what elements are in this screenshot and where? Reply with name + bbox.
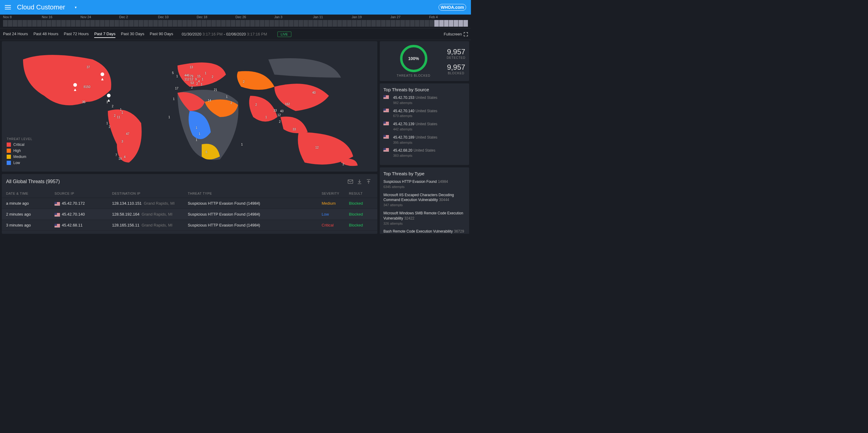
map-count-label: 11 bbox=[117, 116, 120, 119]
map-count-label: 1 bbox=[173, 97, 175, 101]
map-count-label: 1 bbox=[176, 75, 178, 78]
map-count-label: 9 bbox=[195, 78, 197, 81]
map-count-label: 162 bbox=[285, 103, 290, 106]
list-item[interactable]: 45.42.70.153United States982 attempts bbox=[383, 95, 465, 106]
map-count-label: 18 bbox=[118, 157, 122, 161]
map-count-label: 2 bbox=[112, 105, 114, 108]
map-count-label: 2 bbox=[230, 101, 232, 105]
app-title: Cloud Customer bbox=[17, 3, 65, 11]
list-item[interactable]: Suspicious HTTP Evasion Found149846345 a… bbox=[383, 179, 465, 190]
table-row[interactable]: 2 minutes ago45.42.70.140128.58.192.164 … bbox=[2, 209, 377, 220]
timerange-tab[interactable]: Past 24 Hours bbox=[3, 30, 28, 38]
list-item[interactable]: 45.42.70.189United States395 attempts bbox=[383, 135, 465, 145]
timeline-date: Dec 26 bbox=[236, 15, 274, 19]
map-count-label: 1 bbox=[241, 143, 243, 146]
map-count-label: 33 bbox=[292, 128, 296, 131]
list-item[interactable]: 45.42.70.140United States673 attempts bbox=[383, 109, 465, 119]
table-row[interactable]: 3 minutes ago45.42.68.11128.165.156.11 G… bbox=[2, 220, 377, 231]
legend-item: High bbox=[7, 149, 32, 153]
map-count-label: 1 bbox=[196, 126, 197, 129]
list-item[interactable]: 45.42.68.20United States383 attempts bbox=[383, 148, 465, 158]
controls: Past 24 HoursPast 48 HoursPast 72 HoursP… bbox=[0, 29, 471, 40]
map-count-label: 2 bbox=[255, 103, 257, 107]
fullscreen-button[interactable]: Fullscreen bbox=[444, 32, 468, 36]
map-svg bbox=[2, 41, 377, 172]
live-button[interactable]: LIVE bbox=[277, 32, 291, 37]
list-item[interactable]: 45.42.70.139United States442 attempts bbox=[383, 122, 465, 132]
map-count-label: 15 bbox=[197, 75, 200, 78]
timerange-tab[interactable]: Past 48 Hours bbox=[33, 30, 58, 38]
map-count-label: 1 bbox=[121, 111, 123, 114]
map-count-label: 2 bbox=[243, 80, 245, 83]
map-count-label: 12 bbox=[277, 113, 281, 117]
timeline-date: Jan 11 bbox=[313, 15, 352, 19]
map-count-label: 1 bbox=[265, 116, 267, 119]
map-count-label: 36 bbox=[82, 100, 85, 104]
timerange-tab[interactable]: Past 7 Days bbox=[94, 30, 115, 38]
table-row[interactable]: a minute ago45.42.70.172128.134.110.151 … bbox=[2, 198, 377, 209]
world-map[interactable]: 3781503612111121247371841351446791512112… bbox=[2, 41, 377, 172]
flag-icon bbox=[383, 95, 389, 99]
map-count-label: 446 bbox=[184, 74, 190, 77]
map-count-label: 1 bbox=[201, 83, 203, 86]
flag-icon bbox=[383, 135, 389, 139]
top-source-panel: Top Threats by Source 45.42.70.153United… bbox=[380, 83, 469, 165]
legend-item: Medium bbox=[7, 155, 32, 159]
map-count-label: 1 bbox=[199, 132, 200, 136]
list-item[interactable]: Microsoft Windows SMB Remote Code Execut… bbox=[383, 211, 465, 226]
map-count-label: 1 bbox=[106, 122, 108, 125]
stats-panel: 100% THREATS BLOCKED 9,957DETECTED 9,957… bbox=[380, 41, 469, 81]
threats-panel: All Global Threats (9957) DATE & TIME SO… bbox=[2, 174, 377, 234]
map-count-label: 37 bbox=[87, 65, 90, 69]
map-count-label: 47 bbox=[126, 132, 129, 136]
timeline-date: Nov 8 bbox=[3, 15, 42, 19]
download-icon[interactable] bbox=[355, 177, 364, 186]
mail-icon[interactable] bbox=[346, 177, 355, 186]
timeline[interactable]: Nov 8Nov 16Nov 24Dec 2Dec 10Dec 18Dec 26… bbox=[0, 15, 471, 29]
flag-icon bbox=[383, 148, 389, 152]
map-count-label: 40 bbox=[312, 91, 316, 94]
map-count-label: 12 bbox=[190, 78, 193, 81]
legend: THREAT LEVEL CriticalHighMediumLow bbox=[7, 137, 32, 167]
map-count-label: 2 bbox=[279, 120, 281, 123]
upload-icon[interactable] bbox=[364, 177, 373, 186]
map-count-label: 17 bbox=[175, 87, 178, 90]
date-range[interactable]: 01/30/2020 3:17:16 PM - 02/06/2020 3:17:… bbox=[182, 32, 267, 36]
map-count-label: 53 bbox=[190, 81, 194, 85]
map-count-label: 1 bbox=[202, 78, 204, 81]
timerange-tab[interactable]: Past 90 Days bbox=[150, 30, 173, 38]
map-count-label: 14 bbox=[208, 99, 211, 102]
timeline-date: Jan 27 bbox=[391, 15, 429, 19]
map-count-label: 2 bbox=[109, 125, 111, 128]
map-count-label: 13 bbox=[190, 65, 193, 69]
timeline-date: Feb 4 bbox=[429, 15, 468, 19]
list-item[interactable]: Bash Remote Code Execution Vulnerability… bbox=[383, 229, 465, 234]
flag-icon bbox=[383, 122, 389, 125]
timerange-tab[interactable]: Past 72 Hours bbox=[64, 30, 89, 38]
list-item[interactable]: Microsoft IIS Escaped Characters Decodin… bbox=[383, 193, 465, 208]
topbar: Cloud Customer ▼ WHOA.com bbox=[0, 0, 471, 15]
map-count-label: 5 bbox=[172, 71, 174, 75]
map-count-label: 8150 bbox=[84, 85, 90, 89]
chevron-down-icon[interactable]: ▼ bbox=[74, 6, 77, 9]
map-count-label: 4 bbox=[124, 155, 126, 158]
map-count-label: 21 bbox=[214, 88, 217, 92]
map-count-label: 43 bbox=[280, 110, 283, 113]
menu-icon[interactable] bbox=[5, 5, 11, 9]
map-count-label: 1 bbox=[106, 100, 108, 104]
threats-title: All Global Threats (9957) bbox=[6, 179, 346, 184]
map-count-label: 2 bbox=[114, 114, 116, 117]
timeline-date: Nov 24 bbox=[81, 15, 119, 19]
timeline-date: Dec 18 bbox=[197, 15, 236, 19]
timeline-date: Jan 19 bbox=[352, 15, 391, 19]
timerange-tab[interactable]: Past 30 Days bbox=[121, 30, 144, 38]
map-count-label: 1 bbox=[168, 116, 170, 119]
timeline-date: Nov 16 bbox=[42, 15, 81, 19]
fullscreen-icon bbox=[464, 32, 468, 36]
map-count-label: 12 bbox=[315, 146, 319, 149]
legend-item: Critical bbox=[7, 143, 32, 147]
timeline-date: Dec 10 bbox=[158, 15, 197, 19]
map-count-label: 33 bbox=[274, 109, 277, 112]
map-count-label: 1 bbox=[205, 71, 207, 75]
map-count-label: 1 bbox=[196, 138, 197, 142]
